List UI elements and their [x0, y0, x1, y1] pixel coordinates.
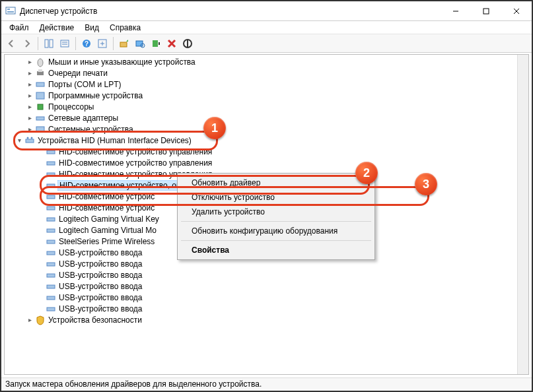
security-icon	[35, 315, 46, 325]
svg-rect-40	[47, 251, 55, 255]
svg-rect-25	[38, 104, 43, 110]
properties-button[interactable]	[57, 36, 72, 51]
svg-text:?: ?	[85, 40, 89, 48]
hid-icon	[46, 147, 56, 157]
hid-icon	[46, 236, 56, 247]
svg-point-30	[31, 137, 33, 139]
menu-help[interactable]: Справка	[104, 22, 146, 33]
context-properties[interactable]: Свойства	[180, 243, 373, 257]
chevron-right-icon[interactable]: ▸	[24, 81, 35, 88]
hid-icon	[46, 169, 56, 180]
mouse-icon	[35, 57, 46, 67]
svg-rect-45	[47, 308, 55, 311]
context-separator	[181, 240, 371, 241]
chevron-right-icon[interactable]: ▸	[24, 125, 35, 133]
enable-device-button[interactable]	[149, 36, 163, 51]
svg-rect-0	[6, 7, 15, 14]
toolbar-separator	[75, 37, 76, 50]
printer-icon	[35, 68, 46, 79]
context-update-driver[interactable]: Обновить драйвер	[180, 176, 373, 190]
category-hid[interactable]: ▾Устройства HID (Human Interface Devices…	[5, 135, 528, 146]
forward-button[interactable]	[20, 36, 34, 51]
hid-icon	[24, 135, 35, 146]
menubar: Файл Действие Вид Справка	[1, 21, 532, 34]
menu-action[interactable]: Действие	[34, 22, 80, 33]
hid-icon	[46, 180, 56, 191]
category-software-devices[interactable]: ▸Программные устройства	[5, 90, 528, 101]
svg-rect-38	[47, 229, 55, 232]
chevron-right-icon[interactable]: ▸	[24, 103, 35, 110]
svg-rect-2	[7, 11, 14, 13]
svg-rect-28	[26, 139, 34, 143]
menu-view[interactable]: Вид	[79, 22, 104, 33]
device-usb-input[interactable]: USB-устройство ввода	[5, 292, 528, 303]
toolbar-separator	[38, 37, 38, 50]
svg-rect-32	[47, 162, 55, 165]
svg-point-20	[38, 59, 43, 67]
device-usb-input[interactable]: USB-устройство ввода	[5, 303, 528, 314]
maximize-button[interactable]	[471, 1, 501, 21]
category-mice[interactable]: ▸Мыши и иные указывающие устройства	[5, 56, 528, 67]
category-print-queues[interactable]: ▸Очереди печати	[5, 67, 528, 79]
hid-icon	[46, 270, 56, 280]
minimize-button[interactable]	[441, 1, 471, 21]
device-usb-input[interactable]: USB-устройство ввода	[5, 280, 528, 292]
svg-rect-34	[47, 184, 55, 187]
category-system[interactable]: ▸Системные устройства	[5, 123, 528, 135]
uninstall-button[interactable]	[164, 36, 179, 51]
toolbar: ?	[1, 34, 532, 53]
cpu-icon	[35, 102, 46, 112]
action-button[interactable]	[95, 36, 110, 51]
svg-rect-18	[153, 40, 158, 47]
svg-rect-37	[47, 218, 55, 221]
chevron-right-icon[interactable]: ▸	[24, 316, 35, 323]
scrollbar[interactable]	[517, 55, 528, 374]
hid-icon	[46, 203, 56, 213]
chevron-right-icon[interactable]: ▸	[24, 92, 35, 99]
svg-rect-31	[47, 150, 55, 154]
category-processors[interactable]: ▸Процессоры	[5, 101, 528, 112]
context-uninstall-device[interactable]: Удалить устройство	[180, 205, 373, 219]
back-button[interactable]	[4, 36, 18, 51]
svg-rect-36	[47, 207, 55, 210]
chevron-right-icon[interactable]: ▸	[24, 114, 35, 121]
category-security[interactable]: ▸Устройства безопасности	[5, 314, 528, 325]
hid-icon	[46, 292, 56, 303]
svg-rect-22	[38, 69, 42, 72]
context-menu: Обновить драйвер Отключить устройство Уд…	[177, 173, 375, 260]
show-hide-tree-button[interactable]	[42, 36, 56, 51]
category-ports[interactable]: ▸Порты (COM и LPT)	[5, 79, 528, 90]
chevron-right-icon[interactable]: ▸	[24, 58, 35, 65]
statusbar: Запуск мастера обновления драйверов для …	[1, 377, 532, 391]
app-icon	[5, 6, 16, 16]
port-icon	[35, 79, 46, 90]
context-disable-device[interactable]: Отключить устройство	[180, 190, 373, 205]
update-driver-button[interactable]	[117, 36, 131, 51]
svg-rect-35	[47, 195, 55, 199]
disable-device-button[interactable]	[180, 36, 195, 51]
chevron-right-icon[interactable]: ▸	[24, 69, 35, 77]
context-scan-hardware[interactable]: Обновить конфигурацию оборудования	[180, 224, 373, 238]
device-hid-compat-control[interactable]: HID-совместимое устройство управления	[5, 146, 528, 157]
system-icon	[35, 124, 46, 135]
hid-icon	[46, 304, 56, 314]
svg-rect-7	[45, 40, 48, 48]
category-network[interactable]: ▸Сетевые адаптеры	[5, 112, 528, 123]
hid-icon	[46, 281, 56, 292]
svg-rect-1	[7, 9, 10, 10]
svg-rect-27	[36, 127, 44, 132]
svg-rect-15	[120, 42, 127, 47]
context-separator	[181, 221, 371, 222]
hid-icon	[46, 158, 56, 168]
software-icon	[35, 90, 46, 101]
svg-rect-23	[36, 82, 44, 86]
close-button[interactable]	[501, 1, 532, 21]
scan-hardware-button[interactable]	[133, 36, 147, 51]
device-hid-compat-control[interactable]: HID-совместимое устройство управления	[5, 157, 528, 168]
help-button[interactable]: ?	[79, 36, 94, 51]
hid-icon	[46, 225, 56, 236]
chevron-down-icon[interactable]: ▾	[14, 137, 24, 144]
menu-file[interactable]: Файл	[4, 22, 34, 33]
device-usb-input[interactable]: USB-устройство ввода	[5, 269, 528, 280]
svg-rect-33	[47, 173, 55, 176]
